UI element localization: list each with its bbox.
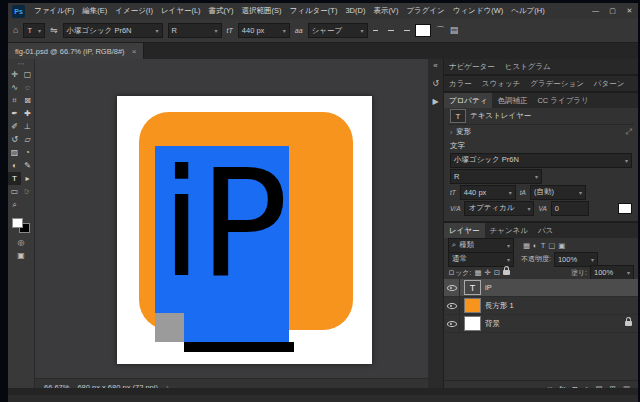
pen-tool[interactable]: ✎	[21, 159, 34, 172]
quick-mask-icon[interactable]: ◎	[18, 238, 25, 247]
frame-tool[interactable]: ⊠	[21, 94, 34, 107]
align-right-icon[interactable]	[401, 26, 410, 36]
layer-name[interactable]: 長方形 1	[485, 301, 514, 311]
dodge-tool[interactable]: ◐	[8, 159, 21, 172]
toggle-character-panel-icon[interactable]: ▤	[450, 26, 459, 35]
type-tool-preset-dropdown[interactable]: T ▾	[23, 23, 45, 38]
prop-tracking-input[interactable]: 0	[551, 201, 589, 216]
transform-section-label[interactable]: 変形	[456, 127, 471, 137]
menu-3d[interactable]: 3D(D)	[341, 3, 369, 19]
menu-view[interactable]: 表示(V)	[369, 3, 402, 19]
align-left-icon[interactable]	[373, 26, 382, 36]
filter-adjustment-layers-icon[interactable]: ◐	[533, 241, 538, 250]
tab-paths[interactable]: パス	[533, 223, 558, 238]
close-button[interactable]: ✕	[621, 3, 638, 19]
layer-name[interactable]: iP	[485, 283, 492, 292]
tab-properties[interactable]: プロパティ	[444, 93, 492, 108]
eraser-tool[interactable]: ▱	[21, 133, 34, 146]
history-brush-tool[interactable]: ↺	[8, 133, 21, 146]
actions-panel-icon[interactable]: ▶	[432, 97, 438, 106]
tab-patterns[interactable]: パターン	[589, 76, 630, 91]
tab-layers[interactable]: レイヤー	[444, 223, 485, 238]
menu-edit[interactable]: 編集(E)	[78, 3, 111, 19]
path-select-tool[interactable]: ▸	[21, 172, 34, 185]
layer-filter-select[interactable]: ⌕ 種類 ▾	[448, 238, 514, 253]
blur-tool[interactable]: ◔	[21, 146, 34, 159]
quick-select-tool[interactable]: ◌	[21, 81, 34, 94]
menu-image[interactable]: イメージ(I)	[111, 3, 157, 19]
brush-tool[interactable]: ✐	[8, 120, 21, 133]
document-tab[interactable]: fig-01.psd @ 66.7% (iP, RGB/8#) ×	[8, 43, 144, 59]
lock-artboard-icon[interactable]: ⊡	[494, 268, 500, 277]
character-section-label[interactable]: 文字	[450, 141, 465, 151]
text-orientation-icon[interactable]: ⇋	[50, 26, 58, 35]
edit-toolbar-icon[interactable]: ⋯	[8, 59, 34, 68]
tab-color[interactable]: カラー	[444, 76, 477, 91]
tab-gradients[interactable]: グラデーション	[525, 76, 589, 91]
menu-file[interactable]: ファイル(F)	[30, 3, 78, 19]
prop-kerning-select[interactable]: オプティカル ▾	[464, 201, 534, 216]
tool-preset-icon[interactable]: ⌂	[13, 26, 18, 35]
tab-navigator[interactable]: ナビゲーター	[444, 59, 500, 74]
move-tool[interactable]: ✛	[8, 68, 21, 81]
filter-pixel-layers-icon[interactable]: ▦	[523, 241, 530, 250]
layer-row-background[interactable]: 背景	[444, 315, 638, 333]
menu-select[interactable]: 選択範囲(S)	[238, 3, 286, 19]
font-family-select[interactable]: 小塚ゴシック Pr6N ▾	[63, 23, 163, 38]
prop-leading-select[interactable]: (自動) ▾	[530, 185, 586, 200]
lock-position-icon[interactable]: ✛	[485, 268, 491, 277]
tab-channels[interactable]: チャンネル	[485, 223, 533, 238]
lock-transparency-icon[interactable]: ▦	[474, 268, 481, 277]
prop-font-style-select[interactable]: R ▾	[450, 169, 542, 184]
font-size-select[interactable]: 440 px ▾	[238, 23, 290, 38]
artboard[interactable]: iP	[117, 96, 372, 364]
marquee-tool[interactable]: ▢	[21, 68, 34, 81]
background-layer-thumbnail[interactable]	[464, 316, 481, 331]
filter-shape-layers-icon[interactable]: ▢	[548, 241, 555, 250]
font-style-select[interactable]: R ▾	[168, 23, 222, 38]
prop-text-color-swatch[interactable]	[618, 203, 632, 214]
screen-mode-icon[interactable]: ▣	[17, 251, 25, 260]
history-panel-icon[interactable]: ↺	[432, 79, 439, 88]
tab-libraries[interactable]: CC ライブラリ	[532, 93, 593, 108]
type-tool[interactable]: T	[8, 172, 21, 185]
prop-font-family-select[interactable]: 小塚ゴシック Pr6N ▾	[450, 153, 632, 168]
maximize-button[interactable]: ▢	[604, 3, 621, 19]
visibility-cell[interactable]	[444, 279, 460, 296]
blend-mode-select[interactable]: 通常 ▾	[448, 252, 514, 267]
menu-filter[interactable]: フィルター(T)	[286, 3, 342, 19]
fill-select[interactable]: 100% ▾	[590, 265, 634, 280]
layer-row-text[interactable]: T iP	[444, 279, 638, 297]
tab-swatches[interactable]: スウォッチ	[477, 76, 525, 91]
clone-stamp-tool[interactable]: ⊥	[21, 120, 34, 133]
gradient-tool[interactable]: ▨	[8, 146, 21, 159]
layer-name[interactable]: 背景	[485, 319, 500, 329]
tab-adjustments[interactable]: 色調補正	[492, 93, 532, 108]
visibility-cell[interactable]	[444, 297, 460, 314]
menu-window[interactable]: ウィンドウ(W)	[449, 3, 507, 19]
healing-tool[interactable]: ✚	[21, 107, 34, 120]
close-document-icon[interactable]: ×	[132, 47, 137, 56]
shape-layer-thumbnail[interactable]	[464, 298, 481, 313]
menu-layer[interactable]: レイヤー(L)	[157, 3, 205, 19]
chevron-right-icon[interactable]: ›	[450, 129, 452, 136]
align-center-icon[interactable]	[387, 26, 396, 36]
minimize-button[interactable]: —	[587, 3, 604, 19]
filter-smart-objects-icon[interactable]: ▣	[558, 241, 565, 250]
menu-plugins[interactable]: プラグイン	[402, 3, 448, 19]
text-color-swatch[interactable]	[415, 24, 431, 37]
filter-type-layers-icon[interactable]: T	[541, 241, 546, 250]
visibility-cell[interactable]	[444, 315, 460, 332]
eyedropper-tool[interactable]: ✒	[8, 107, 21, 120]
menu-type[interactable]: 書式(Y)	[205, 3, 238, 19]
crop-tool[interactable]: ⌗	[8, 94, 21, 107]
lock-all-icon[interactable]	[503, 270, 510, 275]
zoom-tool[interactable]: ⌕	[8, 198, 21, 211]
text-layer-thumbnail[interactable]: T	[464, 280, 481, 295]
shape-tool[interactable]: ▭	[8, 185, 21, 198]
lasso-tool[interactable]: ∿	[8, 81, 21, 94]
layer-row-rectangle[interactable]: 長方形 1	[444, 297, 638, 315]
menu-help[interactable]: ヘルプ(H)	[507, 3, 548, 19]
prop-font-size-select[interactable]: 440 px ▾	[460, 185, 516, 200]
canvas-area[interactable]: iP	[35, 59, 428, 379]
